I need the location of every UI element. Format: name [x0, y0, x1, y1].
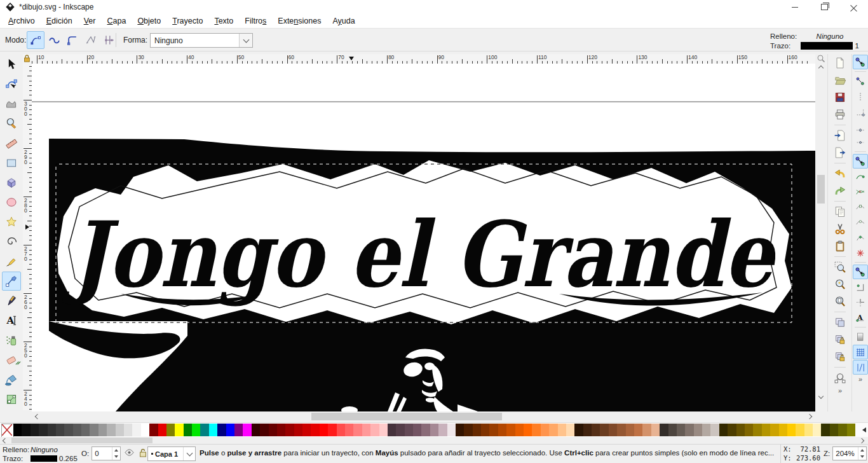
palette-swatch[interactable]	[702, 424, 711, 436]
palette-swatch[interactable]	[736, 424, 745, 436]
palette-swatch[interactable]	[90, 424, 98, 436]
palette-swatch[interactable]	[31, 424, 39, 436]
menu-extensiones[interactable]: Extensiones	[272, 15, 327, 27]
mode-straight-button[interactable]	[82, 31, 100, 49]
palette-swatch[interactable]	[430, 424, 439, 436]
snap-paths-button[interactable]	[853, 169, 868, 184]
undo-button[interactable]	[831, 165, 849, 182]
fill-stroke-status[interactable]: Relleno: Ninguno Trazo: 0.265	[3, 445, 78, 463]
vertical-ruler[interactable]: 3 0 02 9 02 8 02 7 02 6 02 5 02 4 0	[23, 64, 32, 410]
palette-swatch[interactable]	[745, 424, 754, 436]
snap-bbox-midpoints-button[interactable]	[853, 120, 868, 134]
node-editor-tool-button[interactable]	[2, 74, 21, 93]
snap-object-centers-button[interactable]	[853, 245, 868, 260]
palette-swatch[interactable]	[166, 424, 175, 436]
palette-swatch[interactable]	[345, 424, 354, 436]
tweak-tool-button[interactable]	[2, 94, 21, 113]
palette-swatch[interactable]	[583, 424, 592, 436]
palette-swatch[interactable]	[149, 424, 158, 436]
shape-dropdown[interactable]: Ninguno	[150, 33, 253, 48]
palette-swatch[interactable]	[269, 424, 278, 436]
zoom-spinner[interactable]: 204%	[832, 446, 867, 460]
palette-swatch[interactable]	[762, 424, 771, 436]
palette-swatch[interactable]	[719, 424, 728, 436]
palette-swatch[interactable]	[56, 424, 65, 436]
palette-swatch[interactable]	[209, 424, 218, 436]
snap-bbox-corners-button[interactable]	[853, 104, 868, 119]
document-open-button[interactable]	[831, 72, 849, 88]
snap-nodes-button[interactable]	[853, 154, 868, 169]
palette-swatch[interactable]	[260, 424, 269, 436]
palette-swatch[interactable]	[252, 424, 261, 436]
snap-bbox-button[interactable]	[853, 74, 868, 88]
redo-button[interactable]	[831, 183, 849, 199]
scroll-up-arrow[interactable]	[816, 63, 826, 72]
menu-filtros[interactable]: Filtros	[239, 15, 272, 27]
palette-swatch[interactable]	[489, 424, 498, 436]
artwork-title-text[interactable]: Jongo el Grande	[62, 202, 776, 307]
palette-swatch[interactable]	[779, 424, 788, 436]
palette-swatch[interactable]	[73, 424, 82, 436]
palette-swatch[interactable]	[311, 424, 320, 436]
palette-swatch[interactable]	[541, 424, 550, 436]
palette-swatch[interactable]	[532, 424, 541, 436]
palette-swatch[interactable]	[668, 424, 677, 436]
palette-swatch[interactable]	[370, 424, 379, 436]
menu-trayecto[interactable]: Trayecto	[166, 15, 208, 27]
mode-bezier-button[interactable]	[27, 31, 44, 49]
palette-swatch[interactable]	[200, 424, 209, 436]
palette-swatch[interactable]	[234, 424, 243, 436]
snap-smooth-nodes-button[interactable]	[853, 215, 868, 230]
horizontal-scrollbar[interactable]	[32, 411, 815, 422]
palette-swatch[interactable]	[124, 424, 133, 436]
palette-swatch[interactable]	[592, 424, 600, 436]
unlink-clone-button[interactable]	[831, 349, 849, 365]
star-tool-button[interactable]	[2, 212, 21, 232]
opacity-spinner[interactable]: 0	[92, 446, 121, 460]
palette-swatch[interactable]	[405, 424, 414, 436]
layer-visibility-icon[interactable]	[125, 448, 134, 457]
palette-swatch[interactable]	[141, 424, 150, 436]
palette-swatch[interactable]	[804, 424, 813, 436]
palette-swatch[interactable]	[64, 424, 73, 436]
menu-capa[interactable]: Capa	[101, 15, 132, 27]
zoom-page-button[interactable]	[831, 293, 849, 310]
palette-swatch[interactable]	[515, 424, 524, 436]
palette-swatch[interactable]	[277, 424, 286, 436]
stroke-color-swatch[interactable]	[801, 42, 853, 50]
ruler-lock-corner[interactable]	[23, 54, 32, 64]
palette-scroll-right-arrow[interactable]	[858, 437, 867, 444]
palette-swatch[interactable]	[753, 424, 762, 436]
bezier-pen-tool-button[interactable]	[2, 272, 21, 291]
palette-swatch[interactable]	[473, 424, 482, 436]
rectangle-tool-button[interactable]	[2, 153, 21, 172]
palette-swatch[interactable]	[447, 424, 456, 436]
palette-swatch[interactable]	[660, 424, 668, 436]
palette-swatch[interactable]	[48, 424, 57, 436]
palette-swatch[interactable]	[107, 424, 116, 436]
paint-bucket-tool-button[interactable]	[2, 370, 21, 389]
palette-swatch[interactable]	[506, 424, 515, 436]
palette-swatch[interactable]	[294, 424, 303, 436]
palette-swatch[interactable]	[728, 424, 736, 436]
palette-scroll-thumb[interactable]	[11, 438, 153, 443]
palette-swatch[interactable]	[22, 424, 31, 436]
layer-dropdown[interactable]: Capa 1	[147, 446, 196, 461]
palette-swatch[interactable]	[421, 424, 430, 436]
palette-swatch[interactable]	[464, 424, 473, 436]
palette-swatch[interactable]	[847, 424, 856, 436]
zoom-selection-button[interactable]	[831, 259, 849, 275]
palette-swatch[interactable]	[116, 424, 125, 436]
snap-cusp-nodes-button[interactable]	[853, 200, 868, 214]
palette-scrollbar[interactable]	[0, 437, 868, 444]
xml-editor-button[interactable]	[831, 370, 849, 386]
palette-swatch[interactable]	[184, 424, 193, 436]
palette-swatch[interactable]	[600, 424, 609, 436]
zoom-corner-icon[interactable]	[817, 54, 825, 63]
scroll-down-arrow[interactable]	[816, 392, 826, 401]
palette-swatch[interactable]	[353, 424, 362, 436]
palette-swatch[interactable]	[285, 424, 294, 436]
palette-swatch[interactable]	[566, 424, 575, 436]
cmdbar-overflow-button[interactable]: »	[828, 387, 852, 394]
gradient-tool-button[interactable]	[2, 390, 21, 409]
